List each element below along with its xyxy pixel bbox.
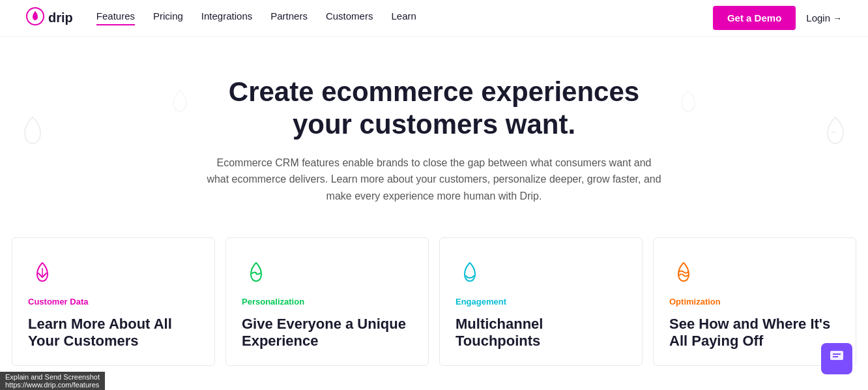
nav-link-partners[interactable]: Partners: [270, 10, 308, 25]
arrow-right-icon: →: [833, 13, 842, 23]
login-button[interactable]: Login →: [806, 12, 842, 23]
hero-section: Create ecommerce experiences your custom…: [0, 37, 868, 237]
deco-mid-right-icon: [678, 89, 699, 116]
nav-left: drip Features Pricing Integrations Partn…: [26, 7, 416, 29]
nav-link-features[interactable]: Features: [96, 10, 135, 25]
optimization-icon: [669, 259, 840, 290]
navbar: drip Features Pricing Integrations Partn…: [0, 0, 868, 37]
card-engagement[interactable]: Engagement Multichannel Touchpoints: [439, 237, 643, 367]
login-label: Login: [806, 12, 830, 23]
card-category-customer-data: Customer Data: [28, 297, 199, 307]
feature-cards: Customer Data Learn More About All Your …: [0, 237, 868, 367]
card-customer-data[interactable]: Customer Data Learn More About All Your …: [12, 237, 215, 367]
card-title-engagement: Multichannel Touchpoints: [456, 316, 626, 350]
hero-subtext: Ecommerce CRM features enable brands to …: [206, 155, 662, 205]
card-category-personalization: Personalization: [242, 297, 412, 307]
logo-icon: [26, 7, 44, 29]
deco-mid-left-icon: [169, 89, 190, 116]
nav-link-customers[interactable]: Customers: [326, 10, 373, 25]
hero-headline: Create ecommerce experiences your custom…: [206, 76, 662, 142]
personalization-icon: [242, 259, 412, 290]
chat-bubble-button[interactable]: [821, 343, 852, 366]
card-category-engagement: Engagement: [456, 297, 626, 307]
card-title-customer-data: Learn More About All Your Customers: [28, 316, 199, 350]
card-title-optimization: See How and Where It's All Paying Off: [669, 316, 840, 350]
nav-links: Features Pricing Integrations Partners C…: [96, 10, 416, 25]
deco-left-icon: [20, 115, 46, 149]
chat-bubble-icon: [829, 349, 845, 366]
customer-data-icon: [28, 259, 199, 290]
engagement-icon: [456, 259, 626, 290]
deco-right-icon: [822, 115, 848, 149]
nav-link-integrations[interactable]: Integrations: [201, 10, 252, 25]
logo[interactable]: drip: [26, 7, 73, 29]
nav-right: Get a Demo Login →: [713, 6, 842, 30]
card-title-personalization: Give Everyone a Unique Experience: [242, 316, 412, 350]
nav-link-pricing[interactable]: Pricing: [153, 10, 183, 25]
card-personalization[interactable]: Personalization Give Everyone a Unique E…: [225, 237, 429, 367]
logo-text: drip: [48, 10, 73, 25]
get-demo-button[interactable]: Get a Demo: [713, 6, 796, 30]
nav-link-learn[interactable]: Learn: [391, 10, 416, 25]
card-category-optimization: Optimization: [669, 297, 840, 307]
